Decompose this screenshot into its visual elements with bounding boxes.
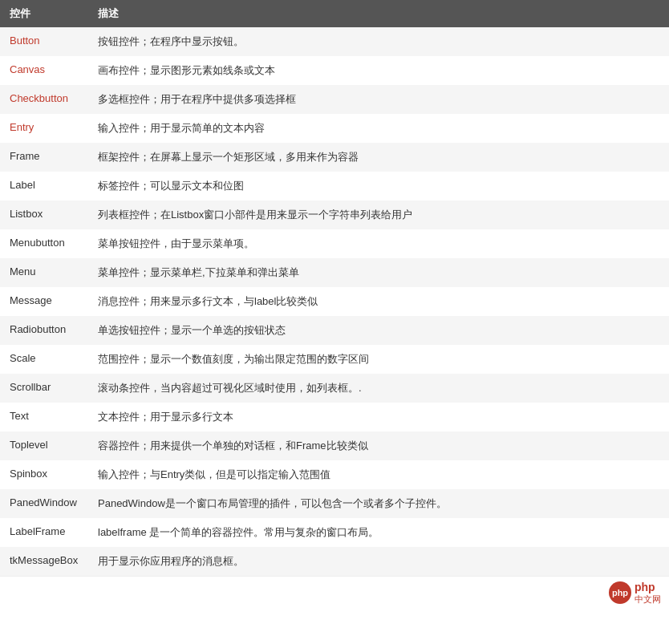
widget-description-cell: 输入控件；与Entry类似，但是可以指定输入范围值 xyxy=(88,460,669,489)
widget-name-cell: Spinbox xyxy=(0,460,88,489)
widget-name-cell: Scrollbar xyxy=(0,374,88,403)
widget-description-cell: 标签控件；可以显示文本和位图 xyxy=(88,172,669,200)
widget-name-cell: Radiobutton xyxy=(0,316,88,345)
table-row: Entry输入控件；用于显示简单的文本内容 xyxy=(0,114,669,143)
table-row: Spinbox输入控件；与Entry类似，但是可以指定输入范围值 xyxy=(0,460,669,489)
table-row: tkMessageBox用于显示你应用程序的消息框。 xyxy=(0,547,669,576)
widget-name-cell: Toplevel xyxy=(0,431,88,460)
table-row: Frame框架控件；在屏幕上显示一个矩形区域，多用来作为容器 xyxy=(0,143,669,172)
widget-name-cell: LabelFrame xyxy=(0,518,88,547)
widget-description-cell: 输入控件；用于显示简单的文本内容 xyxy=(88,114,669,143)
widget-description-cell: labelframe 是一个简单的容器控件。常用与复杂的窗口布局。 xyxy=(88,518,669,547)
widget-name-cell: Frame xyxy=(0,143,88,172)
widget-description-cell: 文本控件；用于显示多行文本 xyxy=(88,403,669,431)
table-row: LabelFramelabelframe 是一个简单的容器控件。常用与复杂的窗口… xyxy=(0,518,669,547)
table-row: Checkbutton多选框控件；用于在程序中提供多项选择框 xyxy=(0,85,669,114)
table-row: Listbox列表框控件；在Listbox窗口小部件是用来显示一个字符串列表给用… xyxy=(0,200,669,229)
widgets-table: 控件 描述 Button按钮控件；在程序中显示按钮。Canvas画布控件；显示图… xyxy=(0,0,669,576)
widget-description-cell: 菜单控件；显示菜单栏,下拉菜单和弹出菜单 xyxy=(88,258,669,287)
widget-description-cell: 容器控件；用来提供一个单独的对话框，和Frame比较类似 xyxy=(88,431,669,460)
widget-description-cell: 列表框控件；在Listbox窗口小部件是用来显示一个字符串列表给用户 xyxy=(88,200,669,229)
table-row: Message消息控件；用来显示多行文本，与label比较类似 xyxy=(0,287,669,316)
table-row: Toplevel容器控件；用来提供一个单独的对话框，和Frame比较类似 xyxy=(0,431,669,460)
table-row: Menubutton菜单按钮控件，由于显示菜单项。 xyxy=(0,229,669,258)
widget-name-cell: tkMessageBox xyxy=(0,547,88,576)
widget-name-cell[interactable]: Button xyxy=(0,27,88,56)
table-row: Canvas画布控件；显示图形元素如线条或文本 xyxy=(0,56,669,85)
widget-description-cell: 范围控件；显示一个数值刻度，为输出限定范围的数字区间 xyxy=(88,345,669,374)
table-row: Scrollbar滚动条控件，当内容超过可视化区域时使用，如列表框。. xyxy=(0,374,669,403)
table-row: Scale范围控件；显示一个数值刻度，为输出限定范围的数字区间 xyxy=(0,345,669,374)
widget-link[interactable]: Checkbutton xyxy=(10,92,68,104)
php-icon: php xyxy=(609,581,631,604)
widget-name-cell: Menubutton xyxy=(0,229,88,258)
table-row: Button按钮控件；在程序中显示按钮。 xyxy=(0,27,669,56)
widget-link[interactable]: Button xyxy=(10,34,40,47)
brand-php-text: php xyxy=(635,581,661,593)
widget-name-cell[interactable]: Entry xyxy=(0,114,88,143)
col-header-description: 描述 xyxy=(88,0,669,27)
widget-description-cell: 按钮控件；在程序中显示按钮。 xyxy=(88,27,669,56)
widget-name-cell: Scale xyxy=(0,345,88,374)
widget-name-cell: Message xyxy=(0,287,88,316)
widget-description-cell: 单选按钮控件；显示一个单选的按钮状态 xyxy=(88,316,669,345)
table-row: PanedWindowPanedWindow是一个窗口布局管理的插件，可以包含一… xyxy=(0,489,669,518)
widget-link[interactable]: Entry xyxy=(10,121,34,133)
widget-name-cell: Text xyxy=(0,403,88,431)
table-row: Label标签控件；可以显示文本和位图 xyxy=(0,172,669,200)
widget-name-cell: PanedWindow xyxy=(0,489,88,518)
widget-description-cell: 用于显示你应用程序的消息框。 xyxy=(88,547,669,576)
widget-description-cell: PanedWindow是一个窗口布局管理的插件，可以包含一个或者多个子控件。 xyxy=(88,489,669,518)
widget-description-cell: 菜单按钮控件，由于显示菜单项。 xyxy=(88,229,669,258)
widget-description-cell: 消息控件；用来显示多行文本，与label比较类似 xyxy=(88,287,669,316)
widget-name-cell: Label xyxy=(0,172,88,200)
widget-name-cell: Listbox xyxy=(0,200,88,229)
widget-link[interactable]: Canvas xyxy=(10,63,45,75)
widget-name-cell[interactable]: Checkbutton xyxy=(0,85,88,114)
widget-description-cell: 多选框控件；用于在程序中提供多项选择框 xyxy=(88,85,669,114)
brand-cn-text: 中文网 xyxy=(635,594,661,604)
table-row: Text文本控件；用于显示多行文本 xyxy=(0,403,669,431)
table-row: Menu菜单控件；显示菜单栏,下拉菜单和弹出菜单 xyxy=(0,258,669,287)
brand-logo: php php 中文网 xyxy=(609,581,661,604)
widget-description-cell: 画布控件；显示图形元素如线条或文本 xyxy=(88,56,669,85)
widget-description-cell: 框架控件；在屏幕上显示一个矩形区域，多用来作为容器 xyxy=(88,143,669,172)
widget-name-cell: Menu xyxy=(0,258,88,287)
table-row: Radiobutton单选按钮控件；显示一个单选的按钮状态 xyxy=(0,316,669,345)
col-header-widget: 控件 xyxy=(0,0,88,27)
widget-description-cell: 滚动条控件，当内容超过可视化区域时使用，如列表框。. xyxy=(88,374,669,403)
footer: php php 中文网 xyxy=(0,576,669,609)
widget-name-cell[interactable]: Canvas xyxy=(0,56,88,85)
